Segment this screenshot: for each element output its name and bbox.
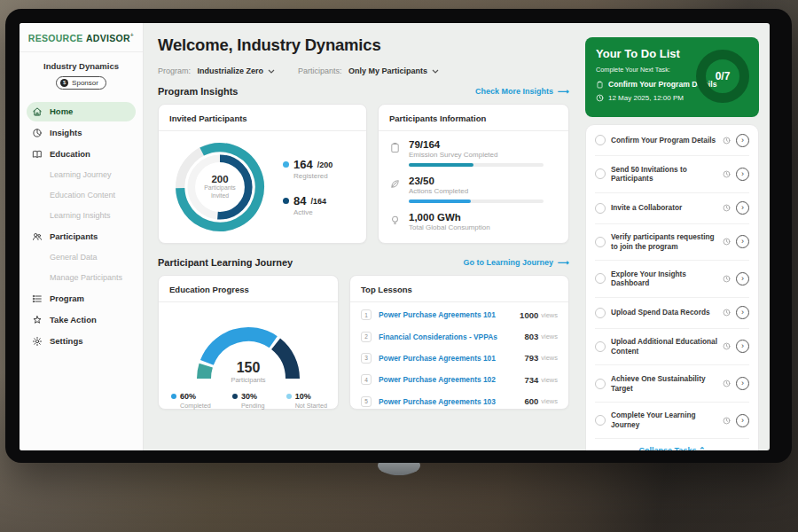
sidebar-item-education-content[interactable]: Education Content [20,185,143,206]
sidebar-item-label: Insights [50,128,82,137]
task-row[interactable]: Invite a Collaborator › [595,193,749,224]
task-open-button[interactable]: › [736,306,749,319]
legend-pct: 60% [180,392,196,401]
rank-badge: 2 [361,332,372,342]
task-row[interactable]: Complete Your Learning Journey › [595,403,749,440]
participants-filter-dropdown[interactable]: Only My Participants [348,66,439,75]
task-checkbox[interactable] [595,135,606,145]
task-checkbox[interactable] [595,203,606,214]
clipboard-icon [596,81,604,89]
clock-icon [723,170,731,178]
home-icon [32,106,43,117]
sidebar-item-learning-journey[interactable]: Learning Journey [20,165,143,185]
check-more-insights-link[interactable]: Check More Insights ⟶ [475,87,569,96]
participants-filter: Participants: Only My Participants [298,66,439,75]
task-row[interactable]: Achieve One Sustainability Target › [595,365,749,403]
rank-badge: 5 [361,396,372,407]
task-checkbox[interactable] [595,168,606,179]
link-label: Collapse Tasks [639,446,697,450]
task-row[interactable]: Send 50 Invitations to Participants › [595,156,749,193]
main-content: Welcome, Industry Dynamics Program: Indu… [144,23,580,450]
task-checkbox[interactable] [595,341,606,352]
lesson-link[interactable]: Power Purchase Agreements 101 [379,310,520,319]
legend-pending: 30% Pending [232,392,264,410]
task-open-button[interactable]: › [736,134,749,147]
task-checkbox[interactable] [595,415,606,426]
views-suffix: views [541,354,558,362]
task-open-button[interactable]: › [736,272,749,286]
lesson-link[interactable]: Power Purchase Agreements 102 [379,375,524,384]
task-open-button[interactable]: › [736,340,749,353]
legend-dot [286,394,292,399]
lesson-row[interactable]: 1 Power Purchase Agreements 101 1000 vie… [361,304,558,325]
lesson-row[interactable]: 4 Power Purchase Agreements 102 734 view… [361,369,558,390]
chevron-right-icon: › [741,308,744,317]
actions-completed-row: 23/50 Actions Completed [389,176,558,203]
global-consumption-row: 1,000 GWh Total Global Consumption [389,212,558,231]
legend-dot [171,394,176,399]
lesson-link[interactable]: Power Purchase Agreements 101 [379,354,524,363]
lesson-row[interactable]: 5 Power Purchase Agreements 103 600 view… [361,391,558,412]
link-label: Go to Learning Journey [464,258,554,267]
gauge-center-label: Participants [164,376,332,384]
task-checkbox[interactable] [595,308,606,318]
task-checkbox[interactable] [595,237,606,247]
legend-label: Pending [241,402,264,410]
participants-filter-label: Participants: [298,66,342,75]
views-suffix: views [541,332,558,340]
task-open-button[interactable]: › [736,168,749,181]
insights-icon [32,128,43,138]
sidebar-item-take-action[interactable]: Take Action [20,309,143,331]
task-checkbox[interactable] [595,379,606,389]
lesson-row[interactable]: 3 Power Purchase Agreements 101 793 view… [361,348,558,369]
lesson-link[interactable]: Power Purchase Agreements 103 [379,397,524,406]
sidebar-item-learning-insights[interactable]: Learning Insights [20,206,143,226]
stat-value: 23/50 [409,176,544,186]
task-row[interactable]: Explore Your Insights Dashboard › [595,261,749,298]
sidebar-item-participants[interactable]: Participants [20,226,143,247]
sidebar-item-insights[interactable]: Insights [20,122,143,144]
sidebar-item-settings[interactable]: Settings [20,331,143,352]
task-checkbox[interactable] [595,273,606,284]
invited-donut-chart: 200 Participants Invited [168,135,272,239]
legend-pct: 30% [241,392,257,401]
gauge-center-value: 150 [164,360,332,376]
views-suffix: views [541,397,558,405]
legend-active: 84 /164 Active [283,194,332,216]
sidebar-item-general-data[interactable]: General Data [20,247,143,268]
sidebar-item-education[interactable]: Education [20,144,143,165]
sidebar-item-label: Take Action [50,315,97,325]
legend-pct: 10% [295,392,311,401]
task-open-button[interactable]: › [736,235,749,248]
sidebar-item-label: Program [50,293,84,303]
participants-filter-value: Only My Participants [348,66,427,75]
settings-icon [32,336,43,347]
task-row[interactable]: Verify participants requesting to join t… [595,224,749,262]
chevron-down-icon [268,69,275,74]
sidebar-item-manage-participants[interactable]: Manage Participants [20,268,143,288]
clock-icon [723,309,731,317]
task-row[interactable]: Confirm Your Program Details › [595,125,749,156]
task-label: Confirm Your Program Details [611,136,717,145]
go-to-learning-journey-link[interactable]: Go to Learning Journey ⟶ [464,258,569,267]
clock-icon [723,379,731,387]
participants-information-card: Participants Information 79/164 Emission… [378,104,569,244]
sidebar-item-home[interactable]: Home [27,102,136,121]
lesson-link[interactable]: Financial Considerations - VPPAs [379,332,524,341]
leaf-icon [389,178,401,190]
task-open-button[interactable]: › [736,201,749,215]
sidebar-item-program[interactable]: Program [20,288,143,309]
lesson-row[interactable]: 2 Financial Considerations - VPPAs 803 v… [361,325,558,347]
task-row[interactable]: Upload Additional Educational Content › [595,329,749,366]
legend-label: Active [293,208,332,216]
todo-counter: 0/7 [716,70,731,82]
task-row[interactable]: Upload Spend Data Records › [595,298,749,329]
legend-completed: 60% Completed [171,392,211,410]
program-filter-dropdown[interactable]: Industrialize Zero [198,66,276,75]
task-open-button[interactable]: › [736,377,749,390]
learning-cards: Education Progress 150 Participants 60% [158,275,569,410]
stat-label: Emission Survey Completed [409,151,544,159]
collapse-tasks-link[interactable]: Collapse Tasks ⌃ [595,439,749,450]
task-open-button[interactable]: › [736,414,749,427]
lightbulb-icon [389,215,401,226]
